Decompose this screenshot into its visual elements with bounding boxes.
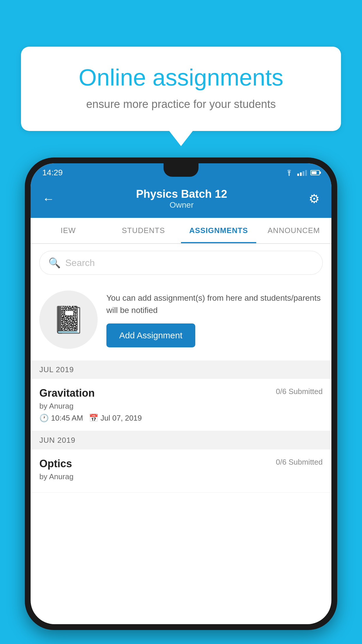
search-icon: 🔍 <box>48 257 61 269</box>
speech-bubble-title: Online assignments <box>41 64 321 91</box>
assignment-submitted: 0/6 Submitted <box>276 387 323 396</box>
calendar-icon: 📅 <box>89 414 98 423</box>
assignment-top: Gravitation 0/6 Submitted <box>39 387 323 399</box>
assignment-by-optics: by Anurag <box>39 472 323 481</box>
tabs-bar: IEW STUDENTS ASSIGNMENTS ANNOUNCEM <box>31 218 331 244</box>
settings-icon[interactable]: ⚙ <box>309 192 320 206</box>
notebook-icon: 📓 <box>52 304 85 335</box>
section-jun-2019: JUN 2019 <box>31 431 331 449</box>
tab-announcements[interactable]: ANNOUNCEM <box>256 218 331 243</box>
speech-bubble-container: Online assignments ensure more practice … <box>21 47 341 131</box>
status-icons <box>284 169 320 176</box>
assignment-icon-circle: 📓 <box>39 290 98 349</box>
search-bar[interactable]: 🔍 Search <box>39 251 323 275</box>
date-value: Jul 07, 2019 <box>101 414 142 423</box>
info-text-block: You can add assignment(s) from here and … <box>106 292 323 347</box>
datetime-time: 🕐 10:45 AM <box>39 414 83 423</box>
tab-assignments[interactable]: ASSIGNMENTS <box>181 218 256 243</box>
search-placeholder: Search <box>65 258 95 268</box>
assignment-datetime: 🕐 10:45 AM 📅 Jul 07, 2019 <box>39 414 323 423</box>
info-description: You can add assignment(s) from here and … <box>106 292 323 316</box>
assignment-top-optics: Optics 0/6 Submitted <box>39 458 323 470</box>
assignment-item-gravitation[interactable]: Gravitation 0/6 Submitted by Anurag 🕐 10… <box>31 379 331 431</box>
datetime-date: 📅 Jul 07, 2019 <box>89 414 142 423</box>
tab-iew[interactable]: IEW <box>31 218 106 243</box>
signal-icon <box>297 169 307 176</box>
tab-students[interactable]: STUDENTS <box>106 218 181 243</box>
clock-icon: 🕐 <box>39 414 49 423</box>
speech-bubble-subtitle: ensure more practice for your students <box>41 98 321 111</box>
header-title: Physics Batch 12 <box>136 188 227 200</box>
section-jul-2019: JUL 2019 <box>31 360 331 379</box>
assignment-item-optics[interactable]: Optics 0/6 Submitted by Anurag <box>31 449 331 493</box>
assignment-name: Gravitation <box>39 387 95 399</box>
assignment-submitted-optics: 0/6 Submitted <box>276 458 323 467</box>
phone-inner: 14:29 <box>31 163 331 624</box>
svg-point-0 <box>289 175 290 176</box>
back-button[interactable]: ← <box>42 192 55 206</box>
speech-bubble: Online assignments ensure more practice … <box>21 47 341 131</box>
wifi-icon <box>284 169 294 176</box>
phone-frame: 14:29 <box>25 158 337 630</box>
assignment-name-optics: Optics <box>39 458 72 470</box>
add-assignment-button[interactable]: Add Assignment <box>106 323 195 347</box>
search-container: 🔍 Search <box>31 244 331 282</box>
status-time: 14:29 <box>42 168 63 177</box>
notch <box>164 163 198 177</box>
battery-icon <box>310 170 320 175</box>
header-subtitle: Owner <box>136 200 227 210</box>
assignment-by: by Anurag <box>39 402 323 411</box>
status-bar: 14:29 <box>31 163 331 182</box>
content-area: 🔍 Search 📓 You can add assignment(s) fro… <box>31 244 331 493</box>
info-card: 📓 You can add assignment(s) from here an… <box>31 282 331 360</box>
app-header: ← Physics Batch 12 Owner ⚙ <box>31 182 331 218</box>
header-title-block: Physics Batch 12 Owner <box>136 188 227 210</box>
time-value: 10:45 AM <box>51 414 83 423</box>
